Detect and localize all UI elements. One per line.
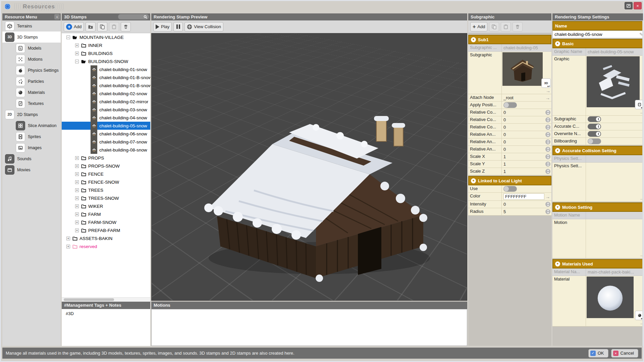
expand-node-box[interactable]: + <box>75 172 79 176</box>
tree-item-chalet-building-04-snow[interactable]: chalet-building-04-snow <box>62 114 150 122</box>
delete-subgraphic-button[interactable] <box>513 22 523 32</box>
tree-item-chalet-building-05-snow[interactable]: chalet-building-05-snow <box>62 122 150 130</box>
expand-node-box[interactable]: + <box>75 156 79 160</box>
section-header-basic[interactable]: ▼Basic <box>552 39 644 48</box>
spinner-icon[interactable] <box>545 147 550 152</box>
number-value[interactable]: 0 <box>503 202 506 207</box>
expand-node-box[interactable]: + <box>75 213 79 216</box>
duplicate-subgraphic-button[interactable] <box>489 22 499 32</box>
3d-viewport[interactable] <box>151 33 467 301</box>
expand-node-box[interactable]: + <box>66 245 70 248</box>
collapse-panel-button[interactable]: ‹ <box>54 14 60 19</box>
tree-item-chalet-building-01-b-snow[interactable]: chalet-building-01-B-snow <box>62 73 150 81</box>
tree-folder-mountain-village[interactable]: −MOUNTAIN-VILLAGE <box>62 33 150 41</box>
spinner-icon[interactable] <box>545 162 550 167</box>
tree-folder-buildings[interactable]: +BUILDINGS <box>62 49 150 57</box>
number-value[interactable]: 0 <box>503 132 506 137</box>
tree-item-chalet-building-01-b-snow[interactable]: chalet-building-01-B-snow <box>62 81 150 89</box>
expand-node-box[interactable]: + <box>75 180 79 184</box>
sidebar-item-2d-stamps[interactable]: 2D2D Stamps <box>2 109 61 120</box>
sidebar-item-textures[interactable]: Textures <box>2 98 61 109</box>
paste-button[interactable] <box>109 22 119 32</box>
name-input[interactable]: chalet-building-05-snow ✎ <box>552 31 644 38</box>
tree-item-chalet-building-03-snow[interactable]: chalet-building-03-snow <box>62 106 150 114</box>
number-value[interactable]: 0 <box>503 139 506 144</box>
spinner-icon[interactable] <box>545 132 550 137</box>
tree-item-chalet-building-08-snow[interactable]: chalet-building-08-snow <box>62 146 150 154</box>
view-collision-button[interactable]: View Collision <box>184 22 223 32</box>
section-header-linked-to-local-light[interactable]: ▼Linked to Local Light <box>468 176 551 185</box>
sidebar-item-sounds[interactable]: Sounds <box>2 153 61 164</box>
close-window-button[interactable]: × <box>634 2 642 9</box>
ok-button[interactable]: ✓ OK <box>588 349 608 358</box>
open-arrow-icon[interactable]: → <box>545 95 550 101</box>
tree-folder-reserved[interactable]: +reserved <box>62 242 150 250</box>
titlebar[interactable]: Resources × <box>1 1 643 12</box>
expand-node-box[interactable]: + <box>75 196 79 200</box>
tree-folder-props[interactable]: +PROPS <box>62 154 150 162</box>
add-subgraphic-button[interactable]: + Add <box>470 22 487 32</box>
spinner-icon[interactable] <box>545 125 550 130</box>
tree-folder-trees-snow[interactable]: +TREES-SNOW <box>62 194 150 202</box>
open-arrow-icon[interactable]: → <box>639 110 644 115</box>
settings-scrollbar[interactable] <box>642 20 644 346</box>
spinner-icon[interactable] <box>545 110 550 115</box>
open-arrow-icon[interactable]: → <box>639 196 644 201</box>
paste-subgraphic-button[interactable] <box>501 22 511 32</box>
number-value[interactable]: 5 <box>503 209 506 214</box>
toggle-off[interactable] <box>503 186 517 192</box>
sidebar-item-materials[interactable]: Materials <box>2 87 61 98</box>
toggle-off[interactable] <box>503 102 517 108</box>
sidebar-item-3d-stamps[interactable]: 3D3D Stamps <box>2 32 61 43</box>
expand-node-box[interactable]: + <box>75 44 79 47</box>
section-header-name[interactable]: Name <box>552 21 644 31</box>
expand-node-box[interactable]: + <box>75 204 79 208</box>
number-value[interactable]: 0 <box>503 117 506 122</box>
spinner-icon[interactable] <box>545 169 550 174</box>
toggle-off[interactable] <box>588 138 601 144</box>
sidebar-item-physics-settings[interactable]: Physics Settings <box>2 65 61 76</box>
sidebar-item-terrains[interactable]: Terrains <box>2 20 61 32</box>
tree-item-chalet-building-07-snow[interactable]: chalet-building-07-snow <box>62 138 150 146</box>
tree-folder-assets-bakin[interactable]: +ASSETS-BAKIN <box>62 234 150 242</box>
tree-item-chalet-building-02-mirror[interactable]: chalet-building-02-mirror <box>62 98 150 106</box>
spinner-icon[interactable] <box>545 139 550 144</box>
spinner-icon[interactable] <box>545 209 550 214</box>
toggle-on[interactable] <box>588 124 601 129</box>
expand-node-box[interactable]: + <box>66 237 70 240</box>
collapse-node-box[interactable]: − <box>75 60 79 63</box>
tree-horizontal-scrollbar[interactable] <box>62 297 150 302</box>
tree-folder-farm[interactable]: +FARM <box>62 210 150 218</box>
open-arrow-icon[interactable]: → <box>639 252 644 258</box>
expand-node-box[interactable]: + <box>75 229 79 232</box>
pause-button[interactable] <box>173 22 183 32</box>
section-header-motion-setting[interactable]: ▼Motion Setting <box>552 202 644 212</box>
toggle-on[interactable] <box>588 116 601 122</box>
thumbnail-picker[interactable]: 3D↩→ <box>502 52 551 94</box>
tree-folder-props-snow[interactable]: +PROPS-SNOW <box>62 162 150 170</box>
thumbnail-picker[interactable]: ↩→ <box>586 276 644 326</box>
sidebar-item-motions[interactable]: Motions <box>2 54 61 65</box>
tree-folder-fence[interactable]: +FENCE <box>62 170 150 178</box>
play-button[interactable]: Play <box>153 22 172 32</box>
color-value-input[interactable]: FFFFFFFF <box>503 193 544 200</box>
section-header-materials-used[interactable]: ▼Materials Used <box>552 259 644 268</box>
tree-item-chalet-building-02-snow[interactable]: chalet-building-02-snow <box>62 89 150 98</box>
collapse-node-box[interactable]: − <box>66 36 70 39</box>
spinner-icon[interactable] <box>545 154 550 159</box>
expand-node-box[interactable]: + <box>75 221 79 224</box>
expand-node-box[interactable]: + <box>75 52 79 55</box>
delete-button[interactable] <box>121 22 131 32</box>
sidebar-item-images[interactable]: Images <box>2 142 61 153</box>
tree-folder-buildings-snow[interactable]: −BUILDINGS-SNOW <box>62 57 150 65</box>
cancel-button[interactable]: × Cancel <box>611 349 638 358</box>
spinner-icon[interactable] <box>545 202 550 207</box>
number-value[interactable]: 0 <box>503 147 506 152</box>
tree-folder-wiker[interactable]: +WIKER <box>62 202 150 210</box>
expand-node-box[interactable]: + <box>75 164 79 168</box>
tree-item-chalet-building-06-snow[interactable]: chalet-building-06-snow <box>62 130 150 138</box>
tree-folder-prefab-farm[interactable]: +PREFAB-FARM <box>62 226 150 234</box>
search-input[interactable] <box>118 14 149 19</box>
scrollbar-thumb[interactable] <box>64 298 114 301</box>
tree-folder-inner[interactable]: +INNER <box>62 41 150 49</box>
